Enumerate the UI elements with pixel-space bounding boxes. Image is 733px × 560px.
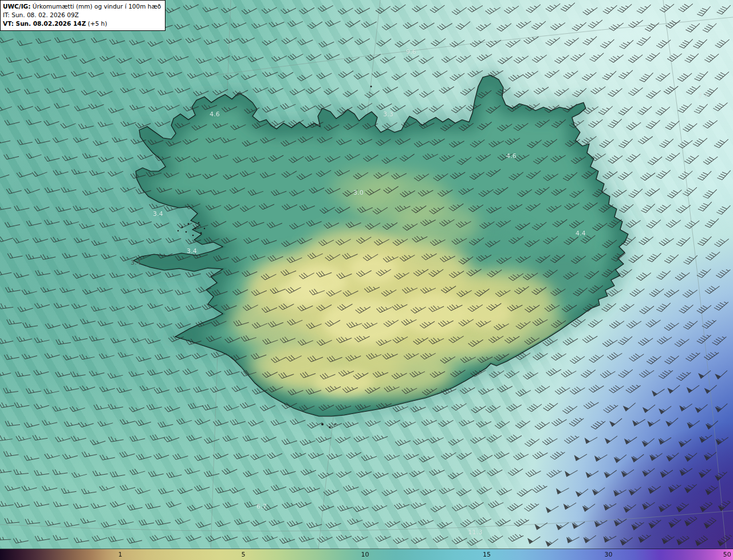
wind-barb bbox=[203, 68, 219, 78]
wind-barb bbox=[279, 534, 295, 544]
wind-barb bbox=[35, 102, 50, 112]
wind-barb bbox=[382, 19, 397, 31]
wind-barb bbox=[630, 450, 644, 462]
wind-barb bbox=[53, 468, 68, 475]
wind-barb bbox=[640, 302, 654, 315]
wind-barb bbox=[648, 516, 661, 528]
wind-barb bbox=[187, 432, 202, 441]
wind-barb bbox=[186, 33, 201, 44]
wind-barb bbox=[166, 34, 182, 45]
wind-barb bbox=[589, 351, 604, 364]
wind-barb bbox=[582, 500, 595, 511]
wind-barb bbox=[44, 52, 60, 61]
wind-barb bbox=[61, 119, 76, 129]
wind-barb bbox=[139, 84, 155, 94]
wind-barb bbox=[697, 168, 711, 182]
wind-barb bbox=[90, 270, 105, 279]
wind-barb bbox=[496, 19, 511, 33]
wind-barb bbox=[409, 466, 424, 478]
wind-barb bbox=[419, 53, 434, 65]
wind-barb bbox=[613, 451, 626, 463]
wind-barb bbox=[196, 519, 211, 529]
wind-barb bbox=[14, 500, 29, 508]
wind-barb bbox=[91, 303, 107, 311]
wind-barb bbox=[240, 399, 255, 409]
wind-barb bbox=[572, 518, 585, 529]
wind-barb bbox=[0, 67, 14, 76]
wind-barb bbox=[5, 117, 20, 126]
wind-barb bbox=[432, 66, 447, 78]
wind-barb bbox=[715, 68, 729, 81]
wind-barb bbox=[641, 498, 655, 510]
wind-barb bbox=[45, 451, 60, 459]
wind-barb bbox=[187, 69, 203, 79]
wind-barb bbox=[594, 516, 608, 527]
wind-barb bbox=[488, 498, 503, 508]
wind-barb bbox=[450, 36, 464, 48]
wind-barb bbox=[7, 318, 22, 325]
wind-barb bbox=[495, 515, 510, 527]
wind-barb bbox=[78, 121, 94, 129]
wind-barb bbox=[148, 37, 163, 47]
wind-barb bbox=[717, 533, 732, 546]
wind-barb bbox=[281, 467, 296, 476]
wind-barb bbox=[130, 101, 145, 111]
wind-barb bbox=[411, 34, 425, 47]
map-canvas bbox=[0, 0, 733, 549]
wind-barb bbox=[575, 485, 588, 496]
wind-barb bbox=[619, 37, 633, 50]
wind-barb bbox=[263, 466, 279, 475]
wind-barb bbox=[338, 66, 353, 78]
wind-barb bbox=[504, 2, 519, 14]
wind-barb bbox=[664, 251, 679, 265]
wind-barb bbox=[0, 466, 11, 473]
wind-barb bbox=[64, 384, 78, 392]
wind-barb bbox=[127, 502, 143, 510]
wind-barb bbox=[613, 486, 626, 496]
wind-barb bbox=[683, 184, 697, 198]
wind-barb bbox=[713, 99, 727, 112]
wind-barb bbox=[120, 449, 135, 458]
wind-barb bbox=[570, 383, 585, 395]
wind-barb bbox=[664, 82, 678, 95]
wind-barb bbox=[571, 49, 585, 62]
wind-barb bbox=[533, 448, 547, 460]
wind-barb bbox=[175, 84, 190, 94]
wind-barb bbox=[353, 502, 369, 512]
wind-barb bbox=[551, 349, 566, 361]
wind-barb bbox=[486, 3, 501, 15]
wind-barb bbox=[514, 52, 529, 64]
wind-barb bbox=[17, 137, 33, 145]
wind-barb bbox=[705, 417, 718, 429]
wind-barb bbox=[93, 136, 108, 146]
wind-barb bbox=[147, 402, 162, 410]
wind-barb bbox=[305, 483, 320, 493]
wind-barb bbox=[401, 518, 417, 529]
wind-barb bbox=[697, 265, 711, 279]
wind-barb bbox=[439, 82, 454, 94]
wind-barb bbox=[129, 369, 144, 377]
wind-barb bbox=[131, 334, 146, 344]
wind-barb bbox=[139, 518, 154, 526]
wind-barb bbox=[460, 516, 475, 528]
wind-barb bbox=[647, 415, 660, 427]
wind-barb bbox=[404, 484, 419, 495]
wind-barb bbox=[109, 302, 125, 312]
wind-barb bbox=[665, 149, 680, 162]
wind-barb bbox=[631, 518, 644, 530]
wind-barb bbox=[54, 100, 69, 109]
wind-barb bbox=[563, 67, 578, 80]
wind-barb bbox=[638, 132, 653, 145]
wind-barb bbox=[361, 485, 377, 496]
wind-barb bbox=[527, 533, 540, 544]
wind-barb bbox=[118, 153, 133, 163]
wind-barb bbox=[588, 116, 602, 129]
wind-barb bbox=[429, 466, 445, 476]
wind-barb bbox=[372, 67, 387, 78]
wind-barb bbox=[506, 36, 521, 48]
wind-barb bbox=[354, 34, 369, 46]
wind-barb bbox=[173, 451, 188, 460]
wind-barb bbox=[531, 17, 546, 30]
wind-barb bbox=[42, 483, 57, 491]
wind-barb bbox=[44, 386, 60, 394]
